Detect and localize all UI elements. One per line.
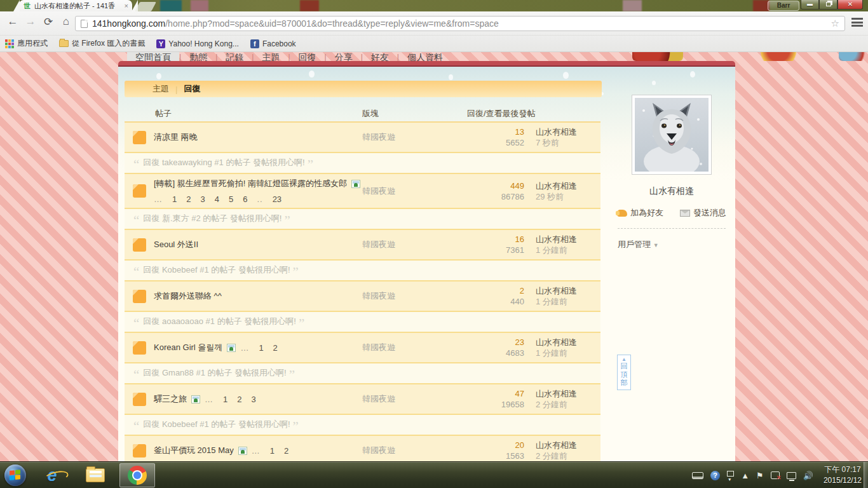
taskbar-ie-icon[interactable]: e [42,465,62,485]
close-button[interactable]: ✕ [837,0,863,10]
last-poster-link[interactable]: 山水有相逢 [536,337,600,348]
page-link[interactable]: .. [257,194,262,204]
page-link[interactable]: 4 [215,194,219,204]
browser-profile-button[interactable]: Barr [768,1,799,11]
refresh-button[interactable]: ⟳ [41,15,56,29]
folder-icon [125,290,154,303]
thread-title-link[interactable]: 清凉里 兩晚 [154,132,198,143]
handshake-icon [617,210,627,217]
home-button[interactable]: ⌂ [58,15,74,28]
minimize-button[interactable]: ▬ [801,0,819,10]
page-link[interactable]: 1 [223,395,227,404]
address-bar[interactable]: 141hongkong.com/home.php?mod=space&uid=8… [75,16,845,31]
last-poster-link[interactable]: 山水有相逢 [536,234,600,245]
show-desktop-button[interactable] [864,462,868,488]
bookmark-yahoo[interactable]: Y Yahoo! Hong Kong... [156,39,239,48]
last-poster-link[interactable]: 山水有相逢 [536,126,600,137]
action-center-flag-icon[interactable]: ⚑ [756,471,764,480]
page-link[interactable]: 23 [273,194,281,204]
keyboard-icon[interactable] [692,472,703,479]
volume-icon[interactable]: 🔊 [803,471,813,480]
page-link[interactable]: 5 [229,194,233,204]
page-link[interactable]: 1 [172,194,177,204]
show-hidden-icons[interactable]: ▲ [741,471,749,480]
open-quote-icon: “ [133,269,139,275]
bookmark-facebook[interactable]: f Facebook [250,39,296,48]
tab-topics[interactable]: 主題 [153,83,169,95]
page-link[interactable]: 6 [243,194,247,204]
page-link[interactable]: … [240,343,249,353]
forum-link[interactable]: 韓國夜遊 [362,445,467,456]
thread-title-link[interactable]: 驛三之旅 [154,393,187,405]
thread-title-link[interactable]: [轉載] 親生經歷冒死偷拍! 南韓紅燈區裸露的性感女郎 [154,178,347,189]
thread-title-link[interactable]: 釜山平價玩 2015 May [154,445,234,456]
network-icon[interactable] [787,472,796,479]
back-button[interactable]: ← [5,15,20,28]
user-manage-dropdown[interactable]: 用戶管理 ▼ [615,239,728,250]
forward-button[interactable]: → [23,15,38,28]
page-link[interactable]: 1 [259,343,263,353]
thread-title-link[interactable]: Korean Girl 올릴께 [154,342,222,353]
forum-link[interactable]: 韓國夜遊 [362,132,467,143]
back-to-top-button[interactable]: ▲ 回頂部 [617,355,631,390]
table-row-quote: “ 回復 新.東方 #2 的帖子 發帖很用心啊! ” [125,209,600,230]
page-link[interactable]: … [205,395,214,404]
profile-nav-tab-4[interactable]: 主題 [254,52,288,61]
profile-nav-tab-5[interactable]: 回復 [290,52,325,61]
forum-link[interactable]: 韓國夜遊 [362,186,467,197]
forum-link[interactable]: 韓國夜遊 [362,290,467,302]
restore-button[interactable] [819,0,837,10]
page-link[interactable]: 1 [270,446,275,456]
clock-time: 下午 07:17 [824,464,862,475]
bookmark-firefox-folder[interactable]: 從 Firefox 匯入的書籤 [59,38,145,49]
table-row-quote: “ 回復 Kobebeef #1 的帖子 發帖很用心啊! ” [125,415,600,436]
page-link[interactable]: 2 [186,194,191,204]
profile-nav-tab-7[interactable]: 好友 [363,52,397,61]
last-poster-link[interactable]: 山水有相逢 [536,440,600,451]
chrome-menu-icon[interactable] [851,18,863,27]
last-poster-link[interactable]: 山水有相逢 [536,180,600,191]
last-post-cell: 山水有相逢 7 秒前 [524,126,600,148]
page-link[interactable]: … [252,446,261,456]
send-message-link[interactable]: 發送消息 [680,207,726,219]
profile-nav-tab-2[interactable]: 動態 [181,52,215,61]
help-icon[interactable]: ? [710,471,720,480]
view-count: 4683 [467,348,524,358]
page-link[interactable]: 3 [251,395,255,404]
yahoo-icon: Y [156,39,165,48]
taskbar-clock[interactable]: 下午 07:17 2015/12/12 [824,464,862,486]
browser-tab[interactable]: 世 山水有相逢的帖子 - 141香 × [19,0,132,11]
forum-link[interactable]: 韓國夜遊 [362,393,467,405]
profile-nav-tab-8[interactable]: 個人資料 [399,52,451,61]
table-header: 帖子 版塊 回復/查看最後發帖 [125,106,600,123]
thread-stats: 13 5652 [467,126,524,148]
table-row-thread: 清凉里 兩晚 韓國夜遊 13 5652 山水有相逢 7 秒前 [125,123,600,153]
start-button[interactable] [4,464,26,486]
profile-nav-tab-1[interactable]: 空間首頁 [127,52,179,61]
bookmark-star-icon[interactable]: ☆ [831,18,839,29]
last-post-time: 29 秒前 [536,191,600,202]
power-error-icon[interactable] [771,471,780,479]
last-poster-link[interactable]: 山水有相逢 [536,388,600,399]
url-text[interactable]: 141hongkong.com/home.php?mod=space&uid=8… [92,18,827,29]
page-link[interactable]: 3 [200,194,205,204]
page-link[interactable]: 2 [284,446,288,456]
profile-nav-tab-3[interactable]: 記錄 [217,52,252,61]
page-link[interactable]: 2 [237,395,241,404]
page-link[interactable]: 2 [273,343,278,353]
last-poster-link[interactable]: 山水有相逢 [536,285,600,296]
tab-replies[interactable]: 回復 [184,83,200,95]
chrome-icon[interactable] [127,465,147,485]
forum-link[interactable]: 韓國夜遊 [362,239,467,250]
window-stack-icon[interactable] [727,471,734,477]
thread-title-link[interactable]: 求首爾外送聯絡 ^^ [154,290,222,302]
profile-nav-tab-6[interactable]: 分享 [327,52,361,61]
taskbar-explorer-icon[interactable] [85,465,105,485]
avatar[interactable] [632,95,712,175]
thread-title-link[interactable]: Seoul 外送II [154,239,198,250]
forum-link[interactable]: 韓國夜遊 [362,342,467,353]
add-friend-link[interactable]: 加為好友 [617,207,663,219]
tab-close-icon[interactable]: × [125,2,128,10]
bookmark-apps[interactable]: 應用程式 [5,38,48,49]
page-link[interactable]: … [154,194,163,204]
